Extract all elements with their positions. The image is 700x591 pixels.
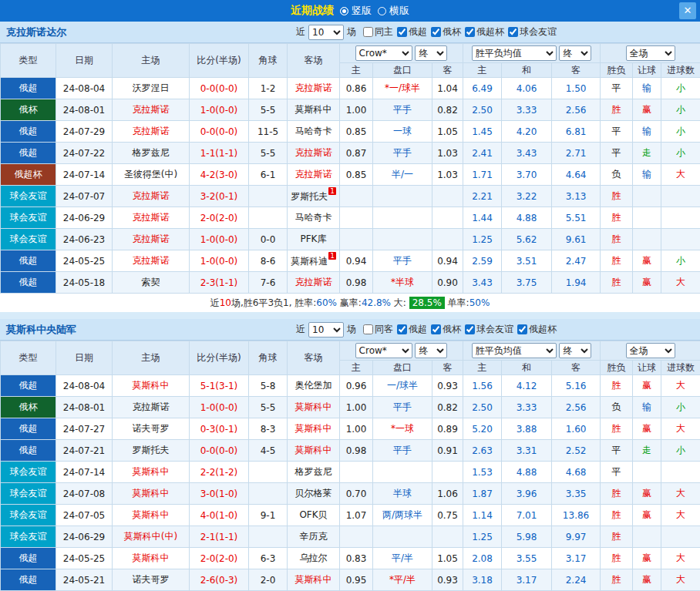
away-team: PFK库: [288, 229, 340, 250]
close-button[interactable]: ✕: [679, 2, 696, 19]
europe-odds-select[interactable]: 胜平负均值: [472, 343, 557, 358]
away-team: 莫斯科中: [288, 440, 340, 462]
handicap-stage-select[interactable]: 终: [415, 343, 447, 358]
summary-segment: 10: [220, 297, 231, 308]
odds-away-win: 4.64: [552, 164, 601, 186]
table-row: 球会友谊 24-07-14 莫斯科中 2-2(1-2) 格罗兹尼 1.53 4.…: [1, 462, 700, 483]
league-filter-俄超[interactable]: 俄超: [397, 25, 427, 39]
handicap-result: [633, 526, 661, 548]
handicap-home-odds: 1.07: [340, 505, 373, 526]
home-team: 莫斯科中: [113, 483, 190, 505]
col-header-corners: 角球: [249, 341, 288, 375]
league-filter-俄杯[interactable]: 俄杯: [431, 323, 461, 336]
layout-option-vertical[interactable]: 竖版: [340, 4, 372, 18]
league-filter-checkbox[interactable]: [431, 27, 441, 37]
league-filter-checkbox[interactable]: [397, 27, 407, 37]
league-filter-checkbox[interactable]: [517, 324, 527, 334]
handicap-home-odds: 0.95: [340, 569, 373, 591]
away-team: 乌拉尔: [288, 548, 340, 569]
corners: 5-8: [249, 375, 288, 397]
score: 2-1(1-1): [190, 526, 249, 548]
europe-dropdowns-cell: 胜平负均值 终: [463, 341, 601, 361]
handicap-result: [633, 462, 661, 483]
bookmaker-select[interactable]: Crow*: [355, 45, 412, 61]
match-date: 24-07-07: [56, 186, 113, 207]
goals-result: 大: [661, 375, 700, 397]
league-filter-俄超杯[interactable]: 俄超杯: [517, 323, 557, 336]
goals-result: 大: [661, 164, 700, 186]
league-badge: 俄杯: [1, 397, 56, 418]
score: 0-0(0-0): [190, 121, 249, 143]
col-header-goals: 进球数: [661, 361, 700, 375]
match-date: 24-07-27: [56, 418, 113, 440]
goals-result: 大: [661, 569, 700, 591]
scope-select[interactable]: 全场: [626, 45, 675, 61]
league-filter-球会友谊[interactable]: 球会友谊: [508, 25, 557, 39]
league-filter-球会友谊[interactable]: 球会友谊: [465, 323, 513, 336]
rows-body: 俄超 24-08-04 莫斯科中 5-1(3-1) 5-8 奥伦堡加 0.96 …: [1, 375, 700, 591]
team-rank-badge: 1: [328, 187, 336, 195]
titlebar: 近期战绩 竖版 横版 ✕: [0, 0, 700, 22]
goals-result: 小: [661, 250, 700, 272]
match-result: 胜: [601, 526, 633, 548]
handicap-dropdowns-cell: Crow* 终: [340, 341, 463, 361]
checkbox-label: 俄杯: [443, 323, 461, 336]
odds-draw: 3.70: [502, 164, 552, 186]
score: 4-0(1-0): [190, 505, 249, 526]
section-header: 克拉斯诺达尔 近 10 场 同主俄超俄杯俄超杯球会友谊: [0, 22, 700, 43]
col-header-1x2-away: 客: [552, 361, 601, 375]
handicap-home-odds: 0.96: [340, 375, 373, 397]
match-result: 胜: [601, 207, 633, 229]
summary-segment: 近: [210, 297, 220, 308]
handicap-result: 走: [633, 143, 661, 164]
score: 4-2(3-0): [190, 164, 249, 186]
odds-home-win: 2.63: [463, 440, 502, 462]
league-filter-checkbox[interactable]: [508, 27, 518, 37]
league-filter-同主[interactable]: 同主: [363, 25, 393, 39]
score: 1-1(1-1): [190, 143, 249, 164]
score: 2-0(2-0): [190, 207, 249, 229]
handicap-home-odds: 0.85: [340, 164, 373, 186]
col-header-hcap-result: 让球: [633, 63, 661, 78]
table-row: 俄杯 24-08-01 克拉斯诺 1-0(0-0) 5-5 莫斯科中 1.00 …: [1, 99, 700, 121]
league-filter-俄超杯[interactable]: 俄超杯: [465, 25, 504, 39]
league-filter-俄杯[interactable]: 俄杯: [431, 25, 461, 39]
col-header-1x2-draw: 和: [502, 361, 552, 375]
league-filter-同客[interactable]: 同客: [363, 323, 393, 336]
europe-odds-select[interactable]: 胜平负均值: [472, 45, 557, 61]
scope-select[interactable]: 全场: [626, 343, 675, 358]
league-filter-checkbox[interactable]: [431, 324, 441, 334]
match-result: 平: [601, 143, 633, 164]
table-row: 俄超杯 24-07-14 圣彼得堡(中) 4-2(3-0) 6-1 克拉斯诺 0…: [1, 164, 700, 186]
league-filter-checkbox[interactable]: [465, 27, 475, 37]
league-filter-checkbox[interactable]: [363, 27, 373, 37]
away-team: 贝尔格莱: [288, 483, 340, 505]
layout-option-horizontal[interactable]: 横版: [378, 4, 409, 18]
match-date: 24-08-04: [56, 78, 113, 99]
odds-home-win: 2.41: [463, 143, 502, 164]
europe-stage-select[interactable]: 终: [559, 45, 591, 61]
home-team: 克拉斯诺: [113, 99, 190, 121]
handicap-home-odds: 1.00: [340, 418, 373, 440]
recent-count-select[interactable]: 10: [308, 25, 344, 40]
handicap-result: 输: [633, 397, 661, 418]
handicap-line: 半/一: [373, 164, 432, 186]
league-filter-checkbox[interactable]: [397, 324, 407, 334]
league-filter-checkbox[interactable]: [465, 324, 475, 334]
bookmaker-select[interactable]: Crow*: [355, 343, 412, 358]
recent-count-select[interactable]: 10: [308, 322, 344, 337]
checkbox-label: 俄超: [409, 25, 427, 39]
handicap-result: 赢: [633, 272, 661, 294]
europe-stage-select[interactable]: 终: [559, 343, 591, 358]
league-filter-俄超[interactable]: 俄超: [397, 323, 427, 336]
handicap-away-odds: 1.05: [432, 121, 463, 143]
handicap-result: 赢: [633, 505, 661, 526]
odds-draw: 4.20: [502, 121, 552, 143]
handicap-stage-select[interactable]: 终: [415, 45, 447, 61]
summary-segment: 50%: [469, 297, 490, 308]
odds-home-win: 2.50: [463, 397, 502, 418]
league-filter-checkbox[interactable]: [363, 324, 373, 334]
away-team: 克拉斯诺: [288, 164, 340, 186]
handicap-away-odds: 0.89: [432, 418, 463, 440]
league-badge: 俄超: [1, 78, 56, 99]
